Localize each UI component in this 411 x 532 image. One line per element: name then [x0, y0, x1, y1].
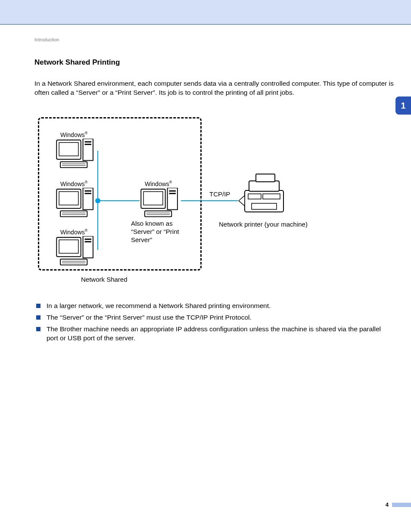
server-caption: Also known as “Server” or “Print Server” — [131, 220, 196, 244]
svg-rect-3 — [84, 141, 91, 143]
svg-rect-5 — [60, 162, 87, 168]
pc-label-2: Windows® — [60, 180, 87, 187]
svg-rect-29 — [145, 211, 171, 217]
svg-rect-19 — [84, 239, 91, 240]
list-item: The “Server” or the “Print Server” must … — [34, 313, 394, 322]
list-item: The Brother machine needs an appropriate… — [34, 325, 394, 343]
pc-label-1: Windows® — [60, 131, 87, 138]
svg-rect-36 — [263, 194, 280, 199]
computer-icon — [55, 188, 97, 219]
svg-rect-28 — [169, 193, 176, 194]
header-divider — [0, 24, 411, 25]
breadcrumb: Introduction — [34, 37, 59, 42]
svg-rect-35 — [248, 194, 261, 199]
svg-rect-4 — [84, 144, 91, 145]
network-diagram: Windows® Windows® Windows® Windows® Also… — [38, 117, 374, 289]
computer-icon — [55, 139, 97, 170]
server-computer-icon — [140, 188, 182, 219]
svg-rect-9 — [59, 192, 78, 205]
page-number-stripe — [392, 503, 411, 507]
svg-rect-11 — [84, 190, 91, 192]
wire-server-out — [181, 200, 238, 201]
network-shared-label: Network Shared — [81, 276, 128, 283]
svg-rect-20 — [84, 241, 91, 243]
svg-rect-25 — [143, 192, 163, 205]
tcpip-label: TCP/IP — [209, 190, 230, 198]
svg-rect-12 — [84, 193, 91, 194]
svg-rect-13 — [60, 211, 87, 217]
chapter-tab: 1 — [395, 96, 411, 115]
svg-rect-17 — [59, 240, 78, 253]
svg-rect-37 — [252, 203, 277, 209]
section-title: Network Shared Printing — [34, 58, 120, 67]
pc-label-3: Windows® — [60, 228, 87, 236]
header-band — [0, 0, 411, 24]
printer-caption: Network printer (your machine) — [219, 221, 308, 228]
svg-rect-27 — [169, 190, 176, 192]
intro-paragraph: In a Network Shared environment, each co… — [34, 79, 394, 97]
printer-icon — [236, 173, 292, 216]
list-item: In a larger network, we recommend a Netw… — [34, 302, 394, 311]
svg-rect-34 — [256, 174, 275, 182]
svg-rect-1 — [59, 143, 78, 156]
svg-rect-33 — [249, 181, 279, 191]
computer-icon — [55, 236, 97, 267]
svg-rect-21 — [60, 259, 87, 265]
bullet-list: In a larger network, we recommend a Netw… — [34, 302, 394, 345]
pc-label-server: Windows® — [145, 180, 172, 187]
wire-to-server — [97, 200, 140, 201]
page-number: 4 — [386, 501, 389, 508]
